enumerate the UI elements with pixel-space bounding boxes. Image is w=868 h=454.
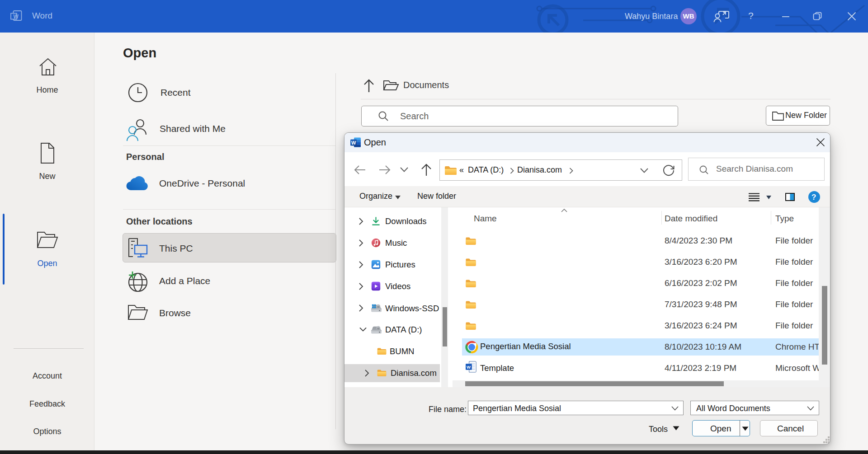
svg-text:W: W (351, 140, 356, 145)
svg-text:?: ? (811, 193, 816, 201)
svg-text:W: W (467, 365, 471, 370)
svg-text:W: W (14, 14, 19, 20)
